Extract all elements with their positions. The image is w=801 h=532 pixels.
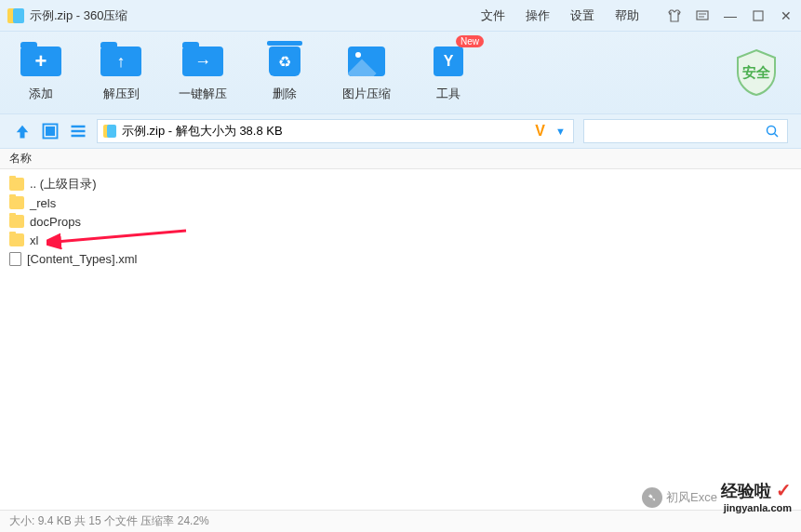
- one-click-extract-button[interactable]: 一键解压: [179, 43, 227, 102]
- one-click-label: 一键解压: [179, 86, 227, 102]
- maximize-icon[interactable]: [751, 8, 766, 23]
- column-header[interactable]: 名称: [0, 149, 801, 169]
- svg-rect-0: [697, 11, 708, 20]
- address-bar[interactable]: 示例.zip - 解包大小为 38.8 KB V ▼: [97, 119, 574, 143]
- checkmark-icon: V: [535, 123, 545, 140]
- folder-icon: [9, 233, 24, 246]
- file-list: .. (上级目录) _rels docProps xl [Content_Typ…: [0, 169, 801, 273]
- new-badge: New: [456, 35, 484, 47]
- menu-bar: 文件 操作 设置 帮助: [481, 7, 639, 24]
- folder-icon: [9, 178, 24, 191]
- check-icon: ✓: [776, 480, 792, 500]
- folder-icon: [9, 215, 24, 228]
- feedback-icon[interactable]: [695, 8, 710, 23]
- svg-line-11: [775, 134, 779, 138]
- dropdown-icon[interactable]: ▼: [555, 126, 566, 137]
- address-text: 示例.zip - 解包大小为 38.8 KB: [122, 123, 283, 140]
- file-name: .. (上级目录): [30, 176, 97, 193]
- status-text: 大小: 9.4 KB 共 15 个文件 压缩率 24.2%: [9, 513, 209, 529]
- extract-to-label: 解压到: [103, 86, 140, 102]
- archive-icon: [103, 124, 116, 139]
- watermark-url: jingyanla.com: [721, 502, 792, 513]
- file-name: [Content_Types].xml: [27, 252, 138, 266]
- folder-up-icon: [100, 47, 141, 76]
- list-item-xl[interactable]: xl: [0, 231, 801, 249]
- nav-up-icon[interactable]: [13, 122, 32, 140]
- svg-point-10: [768, 126, 776, 135]
- watermark-site: 经验啦 ✓ jingyanla.com: [721, 479, 792, 513]
- file-name: xl: [30, 233, 38, 247]
- minimize-icon[interactable]: —: [723, 8, 738, 23]
- cube-icon: [434, 47, 463, 76]
- list-item-rels[interactable]: _rels: [0, 193, 801, 212]
- window-title: 示例.zip - 360压缩: [30, 7, 127, 24]
- delete-button[interactable]: 删除: [262, 43, 307, 102]
- delete-label: 删除: [273, 86, 297, 102]
- list-item-docprops[interactable]: docProps: [0, 212, 801, 231]
- status-bar: 大小: 9.4 KB 共 15 个文件 压缩率 24.2%: [0, 510, 801, 532]
- svg-rect-3: [754, 11, 763, 20]
- folder-plus-icon: [20, 47, 61, 76]
- menu-file[interactable]: 文件: [481, 7, 505, 24]
- wechat-icon: ➷: [642, 487, 662, 508]
- svg-text:安全: 安全: [742, 64, 771, 80]
- safety-badge: 安全: [730, 47, 782, 99]
- img-compress-label: 图片压缩: [342, 86, 391, 102]
- list-item-content-types[interactable]: [Content_Types].xml: [0, 249, 801, 268]
- menu-help[interactable]: 帮助: [615, 7, 639, 24]
- file-icon: [9, 252, 21, 266]
- file-name: docProps: [30, 215, 81, 229]
- watermark-title: 经验啦: [721, 482, 771, 500]
- trash-icon: [269, 47, 300, 76]
- svg-rect-6: [46, 126, 55, 136]
- nav-bar: 示例.zip - 解包大小为 38.8 KB V ▼: [0, 113, 801, 149]
- tools-label: 工具: [436, 86, 461, 102]
- view-list-icon[interactable]: [69, 122, 87, 140]
- image-icon: [348, 47, 385, 76]
- app-icon: [7, 7, 24, 25]
- main-toolbar: 添加 解压到 一键解压 删除 图片压缩 New 工具 安全: [0, 32, 801, 113]
- list-item-parent[interactable]: .. (上级目录): [0, 175, 801, 193]
- file-name: _rels: [30, 196, 56, 210]
- tools-button[interactable]: New 工具: [426, 43, 471, 102]
- close-icon[interactable]: ✕: [779, 8, 794, 23]
- search-input[interactable]: [583, 119, 788, 143]
- folder-right-icon: [182, 47, 223, 76]
- extract-to-button[interactable]: 解压到: [99, 43, 143, 102]
- skin-icon[interactable]: [667, 8, 682, 23]
- menu-settings[interactable]: 设置: [570, 7, 594, 24]
- watermark-text: 初风Exce: [666, 489, 717, 506]
- image-compress-button[interactable]: 图片压缩: [342, 43, 391, 102]
- menu-operate[interactable]: 操作: [526, 7, 550, 24]
- column-name: 名称: [9, 151, 32, 166]
- watermark-wechat: ➷ 初风Exce: [642, 487, 717, 508]
- view-details-icon[interactable]: [41, 122, 60, 140]
- title-bar: 示例.zip - 360压缩 文件 操作 设置 帮助 — ✕: [0, 0, 801, 32]
- folder-icon: [9, 196, 24, 209]
- add-label: 添加: [29, 86, 53, 102]
- search-icon: [765, 124, 780, 139]
- add-button[interactable]: 添加: [19, 43, 63, 102]
